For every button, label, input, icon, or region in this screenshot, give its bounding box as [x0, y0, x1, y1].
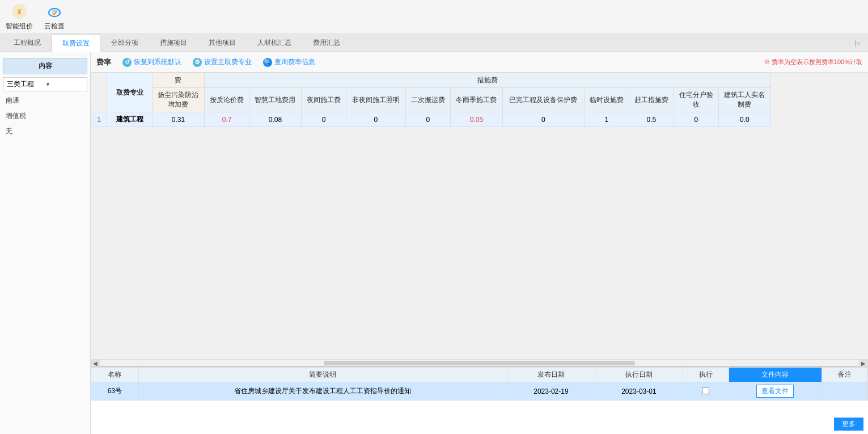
bottom-th-exec-date: 执行日期 — [595, 368, 683, 382]
cloud-check-label: 云检查 — [44, 22, 65, 31]
toolbar-item-smart-price[interactable]: ¥ 智能组价 — [6, 2, 33, 31]
cell-worker-registration[interactable]: 0.0 — [718, 112, 770, 127]
tab-right-icon[interactable]: |○ — [855, 39, 865, 47]
th-secondary-transport: 二次搬运费 — [405, 88, 450, 112]
toolbar-item-cloud-check[interactable]: 云检查 — [44, 2, 65, 31]
th-row-num — [91, 73, 107, 112]
bottom-cell-exec — [683, 382, 729, 401]
set-main-profession-btn[interactable]: ⚙ 设置主取费专业 — [193, 57, 252, 67]
cell-dust-fee[interactable]: 0.31 — [153, 112, 205, 127]
right-panel: 费率 ↺ 恢复到系统默认 ⚙ 设置主取费专业 🔍 查询费率信息 ※ 费率为空表示… — [91, 52, 868, 434]
left-item-vat[interactable]: 增值税 — [0, 108, 90, 124]
horizontal-scrollbar[interactable]: ◀ ▶ — [91, 359, 868, 366]
th-smart-site: 智慧工地费用 — [249, 88, 301, 112]
fee-table: 取费专业 费 措施费 扬尘污染防治增加费 按质论价费 智慧工地费用 夜间施工费 … — [91, 73, 771, 127]
dropdown-arrow-icon: ▼ — [45, 81, 84, 87]
left-panel: 内容 三类工程 ▼ 南通 增值税 无 — [0, 52, 91, 434]
svg-text:¥: ¥ — [18, 8, 22, 16]
cell-profession: 建筑工程 — [107, 112, 153, 127]
bottom-cell-note — [822, 382, 867, 401]
smart-price-icon: ¥ — [10, 2, 28, 20]
project-type-dropdown[interactable]: 三类工程 ▼ — [3, 77, 87, 91]
th-temp-facilities: 临时设施费 — [584, 88, 629, 112]
th-profession: 取费专业 — [107, 73, 153, 112]
th-completed-protection: 已完工程及设备保护费 — [502, 88, 584, 112]
exec-checkbox[interactable] — [702, 387, 709, 394]
query-fee-info-label: 查询费率信息 — [274, 57, 315, 67]
cell-row-num: 1 — [91, 112, 107, 127]
left-section-title: 内容 — [3, 58, 87, 74]
cell-non-night-lighting[interactable]: 0 — [346, 112, 405, 127]
th-rush-work: 赶工措施费 — [629, 88, 674, 112]
fee-table-container[interactable]: 取费专业 费 措施费 扬尘污染防治增加费 按质论价费 智慧工地费用 夜间施工费 … — [91, 73, 868, 359]
cell-smart-site[interactable]: 0.08 — [249, 112, 301, 127]
bottom-footer: 更多 — [91, 418, 868, 434]
th-measures-group: 措施费 — [204, 73, 770, 88]
th-night-work: 夜间施工费 — [301, 88, 346, 112]
smart-price-label: 智能组价 — [6, 22, 33, 31]
th-fee-group: 费 — [153, 73, 205, 88]
bottom-th-description: 简要说明 — [138, 368, 507, 382]
bottom-table-row[interactable]: 63号 省住房城乡建设厅关于发布建设工程人工工资指导价的通知 2023-02-1… — [91, 382, 868, 401]
bottom-cell-file-content: 查看文件 — [729, 382, 822, 401]
bottom-table: 名称 简要说明 发布日期 执行日期 执行 文件内容 备注 63号 省住房城乡建设 — [91, 367, 868, 401]
fee-rate-note: ※ 费率为空表示按照费率100%计取 — [764, 58, 862, 66]
table-row[interactable]: 1 建筑工程 0.31 0.7 0.08 0 0 0 0.05 0 1 0.5 … — [91, 112, 771, 127]
left-item-none[interactable]: 无 — [0, 124, 90, 139]
th-quality-fee: 按质论价费 — [204, 88, 249, 112]
refresh-icon: ↺ — [122, 58, 132, 67]
tab-fee-summary[interactable]: 费用汇总 — [302, 34, 351, 52]
gear-icon: ⚙ — [193, 58, 202, 67]
th-non-night-lighting: 非夜间施工照明 — [346, 88, 405, 112]
cell-night-work[interactable]: 0 — [301, 112, 346, 127]
cloud-check-icon — [45, 2, 63, 20]
cell-temp-facilities[interactable]: 1 — [584, 112, 629, 127]
scroll-right-arrow[interactable]: ▶ — [859, 360, 868, 366]
more-button[interactable]: 更多 — [834, 418, 863, 431]
bottom-cell-name: 63号 — [91, 382, 139, 401]
th-residential-acceptance: 住宅分户验收 — [674, 88, 718, 112]
scrollbar-thumb[interactable] — [324, 361, 634, 365]
query-fee-info-btn[interactable]: 🔍 查询费率信息 — [263, 57, 315, 67]
bottom-cell-exec-date: 2023-03-01 — [595, 382, 683, 401]
cell-completed-protection[interactable]: 0 — [502, 112, 584, 127]
tab-other-items[interactable]: 其他项目 — [198, 34, 247, 52]
th-worker-registration: 建筑工人实名制费 — [718, 88, 770, 112]
bottom-cell-publish-date: 2023-02-19 — [507, 382, 595, 401]
bottom-cell-description: 省住房城乡建设厅关于发布建设工程人工工资指导价的通知 — [138, 382, 507, 401]
cell-quality-fee[interactable]: 0.7 — [204, 112, 249, 127]
cell-residential-acceptance[interactable]: 0 — [674, 112, 718, 127]
tab-fee-settings[interactable]: 取费设置 — [52, 35, 100, 52]
main-area: 内容 三类工程 ▼ 南通 增值税 无 费率 ↺ 恢复到系统默认 ⚙ 设置主取费专… — [0, 52, 868, 434]
fee-rate-title: 费率 — [96, 57, 111, 68]
bottom-th-publish-date: 发布日期 — [507, 368, 595, 382]
th-winter-summer: 冬雨季施工费 — [450, 88, 502, 112]
cell-secondary-transport[interactable]: 0 — [405, 112, 450, 127]
scroll-left-arrow[interactable]: ◀ — [91, 360, 100, 366]
bottom-th-exec: 执行 — [683, 368, 729, 382]
project-type-value: 三类工程 — [7, 79, 45, 89]
tab-section-items[interactable]: 分部分项 — [100, 34, 149, 52]
restore-default-btn[interactable]: ↺ 恢复到系统默认 — [122, 57, 181, 67]
bottom-th-file-content: 文件内容 — [729, 368, 822, 382]
top-toolbar: ¥ 智能组价 云检查 — [0, 0, 868, 34]
th-dust-fee: 扬尘污染防治增加费 — [153, 88, 205, 112]
view-file-button[interactable]: 查看文件 — [756, 385, 794, 398]
cell-rush-work[interactable]: 0.5 — [629, 112, 674, 127]
left-item-nantong[interactable]: 南通 — [0, 93, 90, 108]
tab-bar: 工程概况 取费设置 分部分项 措施项目 其他项目 人材机汇总 费用汇总 |○ — [0, 34, 868, 52]
cell-winter-summer[interactable]: 0.05 — [450, 112, 502, 127]
tab-project-overview[interactable]: 工程概况 — [3, 34, 52, 52]
restore-default-label: 恢复到系统默认 — [134, 57, 181, 67]
query-icon: 🔍 — [263, 58, 272, 67]
tab-labor-material[interactable]: 人材机汇总 — [247, 34, 302, 52]
tab-measures[interactable]: 措施项目 — [149, 34, 198, 52]
bottom-panel: 名称 简要说明 发布日期 执行日期 执行 文件内容 备注 63号 省住房城乡建设 — [91, 366, 868, 434]
bottom-th-note: 备注 — [822, 368, 867, 382]
fee-toolbar: 费率 ↺ 恢复到系统默认 ⚙ 设置主取费专业 🔍 查询费率信息 ※ 费率为空表示… — [91, 52, 868, 73]
set-main-profession-label: 设置主取费专业 — [204, 57, 252, 67]
bottom-table-wrap[interactable]: 名称 简要说明 发布日期 执行日期 执行 文件内容 备注 63号 省住房城乡建设 — [91, 367, 868, 418]
bottom-th-name: 名称 — [91, 368, 139, 382]
